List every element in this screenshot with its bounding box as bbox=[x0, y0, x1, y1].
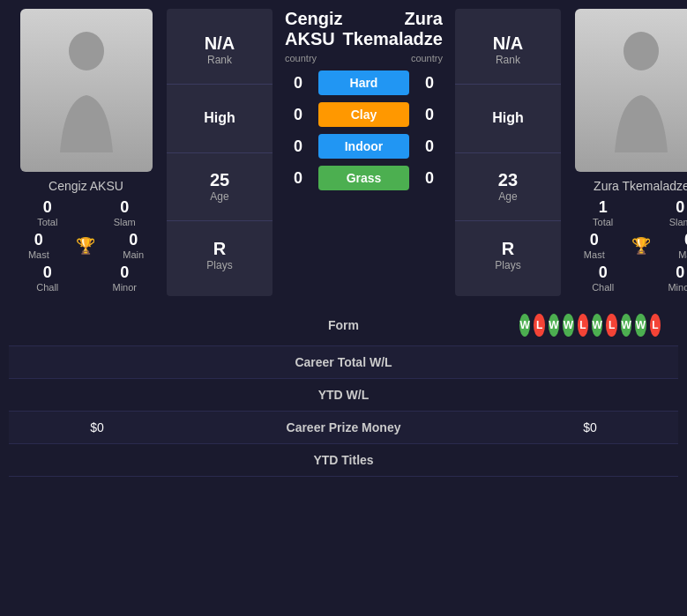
player2-minor-value: 0 bbox=[658, 263, 687, 282]
surface-row-clay: 0 Clay 0 bbox=[285, 102, 443, 127]
player2-slam-label: Slam bbox=[658, 217, 687, 227]
player1-middle-stats: N/A Rank High 25 Age R Plays bbox=[167, 9, 273, 296]
grass-button[interactable]: Grass bbox=[318, 166, 409, 190]
form-badge-w: W bbox=[592, 314, 602, 337]
player1-minor-cell: 0 Minor bbox=[102, 263, 146, 293]
player1-stats-row-2: 0 Chall 0 Minor bbox=[9, 263, 163, 293]
player1-total-label: Total bbox=[26, 217, 70, 227]
player1-total-cell: 0 Total bbox=[26, 198, 70, 227]
bottom-section: Form WLWWLWLWWL Career Total W/L YTD W/L… bbox=[9, 305, 678, 477]
surface-row-indoor: 0 Indoor 0 bbox=[285, 134, 443, 159]
player1-rank-item: N/A Rank bbox=[167, 16, 273, 85]
form-badge-w: W bbox=[635, 314, 646, 337]
player2-rank-item: N/A Rank bbox=[455, 16, 561, 85]
player1-high-item: High bbox=[167, 85, 273, 153]
player2-main-cell: 0 Main bbox=[667, 231, 687, 260]
player1-age-value: 25 bbox=[210, 170, 229, 190]
player1-trophy-row: 0 Mast 🏆 0 Main bbox=[9, 231, 163, 260]
clay-score-right: 0 bbox=[416, 106, 443, 124]
player1-name-label: Cengiz AKSU bbox=[49, 179, 123, 193]
player1-card: Cengiz AKSU 0 Total 0 Slam 0 Mast 🏆 0 bbox=[9, 9, 163, 296]
player2-card: Zura Tkemaladze 1 Total 0 Slam 0 Mast 🏆 bbox=[564, 9, 687, 296]
player1-main-label: Main bbox=[111, 249, 155, 260]
hard-score-left: 0 bbox=[285, 74, 311, 93]
form-badge-l: L bbox=[650, 314, 661, 337]
form-label: Form bbox=[168, 318, 519, 332]
player2-mast-label: Mast bbox=[572, 249, 616, 260]
main-container: Cengiz AKSU 0 Total 0 Slam 0 Mast 🏆 0 bbox=[0, 0, 687, 486]
player1-avatar bbox=[20, 9, 153, 172]
hard-button[interactable]: Hard bbox=[318, 71, 409, 95]
player2-age-label: Age bbox=[498, 190, 517, 203]
career-wl-label: Career Total W/L bbox=[168, 355, 519, 369]
player1-high-label: High bbox=[204, 110, 235, 126]
prize-row: $0 Career Prize Money $0 bbox=[9, 412, 678, 444]
player2-total-cell: 1 Total bbox=[581, 198, 625, 227]
clay-button[interactable]: Clay bbox=[318, 102, 409, 127]
player2-name-label: Zura Tkemaladze bbox=[594, 179, 687, 193]
player1-plays-label: Plays bbox=[206, 259, 232, 271]
player1-age-item: 25 Age bbox=[167, 153, 273, 222]
indoor-score-right: 0 bbox=[416, 137, 443, 156]
indoor-button[interactable]: Indoor bbox=[318, 134, 409, 159]
form-row: Form WLWWLWLWWL bbox=[9, 305, 678, 346]
player1-slam-value: 0 bbox=[102, 198, 146, 217]
surface-row-grass: 0 Grass 0 bbox=[285, 166, 443, 190]
grass-score-right: 0 bbox=[416, 169, 443, 188]
form-badge-l: L bbox=[534, 314, 544, 337]
indoor-score-left: 0 bbox=[285, 137, 311, 156]
player1-rank-value: N/A bbox=[205, 33, 235, 54]
prize-left: $0 bbox=[26, 420, 168, 434]
player1-chall-label: Chall bbox=[26, 282, 70, 293]
player1-plays-value: R bbox=[213, 239, 226, 259]
prize-label: Career Prize Money bbox=[168, 420, 519, 434]
player1-mast-value: 0 bbox=[17, 231, 61, 249]
player1-age-label: Age bbox=[210, 190, 228, 203]
player2-high-item: High bbox=[455, 85, 561, 153]
player2-total-value: 1 bbox=[581, 198, 625, 217]
form-badge-w: W bbox=[519, 314, 530, 337]
player2-rank-value: N/A bbox=[493, 33, 523, 54]
player2-trophy-row: 0 Mast 🏆 0 Main bbox=[564, 231, 687, 260]
player1-mast-cell: 0 Mast bbox=[17, 231, 61, 260]
clay-score-left: 0 bbox=[285, 106, 311, 124]
ytd-wl-label: YTD W/L bbox=[168, 388, 519, 402]
form-badge-w: W bbox=[621, 314, 631, 337]
ytd-titles-label: YTD Titles bbox=[168, 453, 519, 467]
player2-plays-label: Plays bbox=[495, 259, 520, 271]
player1-chall-cell: 0 Chall bbox=[26, 263, 70, 293]
player1-rank-label: Rank bbox=[207, 54, 232, 66]
player1-stats-row-1: 0 Total 0 Slam bbox=[9, 198, 163, 227]
svg-point-1 bbox=[624, 32, 659, 71]
form-badges-right: WLWWLWLWWL bbox=[519, 314, 661, 337]
player2-mast-cell: 0 Mast bbox=[572, 231, 616, 260]
player2-name-top: Zura Tkemaladze bbox=[343, 9, 443, 49]
player2-plays-item: R Plays bbox=[455, 221, 561, 289]
ytd-titles-row: YTD Titles bbox=[9, 444, 678, 477]
player2-middle-stats: N/A Rank High 23 Age R Plays bbox=[455, 9, 561, 296]
svg-point-0 bbox=[69, 32, 104, 71]
hard-score-right: 0 bbox=[416, 74, 443, 93]
player1-main-value: 0 bbox=[111, 231, 155, 249]
form-badge-w: W bbox=[549, 314, 559, 337]
player2-stats-row-1: 1 Total 0 Slam bbox=[564, 198, 687, 227]
player-comparison: Cengiz AKSU 0 Total 0 Slam 0 Mast 🏆 0 bbox=[9, 9, 678, 296]
player2-country-flag: country bbox=[411, 53, 443, 63]
player2-chall-cell: 0 Chall bbox=[581, 263, 625, 293]
player2-slam-cell: 0 Slam bbox=[658, 198, 687, 227]
player1-slam-label: Slam bbox=[102, 217, 146, 227]
player1-total-value: 0 bbox=[26, 198, 70, 217]
player2-mast-value: 0 bbox=[572, 231, 616, 249]
player1-plays-item: R Plays bbox=[167, 221, 273, 289]
player2-main-value: 0 bbox=[667, 231, 687, 249]
player1-minor-value: 0 bbox=[102, 263, 146, 282]
prize-right: $0 bbox=[519, 420, 661, 434]
form-badge-l: L bbox=[578, 314, 588, 337]
player1-chall-value: 0 bbox=[26, 263, 70, 282]
player2-age-value: 23 bbox=[498, 170, 518, 190]
career-wl-row: Career Total W/L bbox=[9, 346, 678, 379]
player1-country-flag: country bbox=[285, 53, 317, 63]
player1-trophy-icon: 🏆 bbox=[76, 236, 95, 256]
ytd-wl-row: YTD W/L bbox=[9, 379, 678, 412]
player2-minor-label: Minor bbox=[658, 282, 687, 293]
